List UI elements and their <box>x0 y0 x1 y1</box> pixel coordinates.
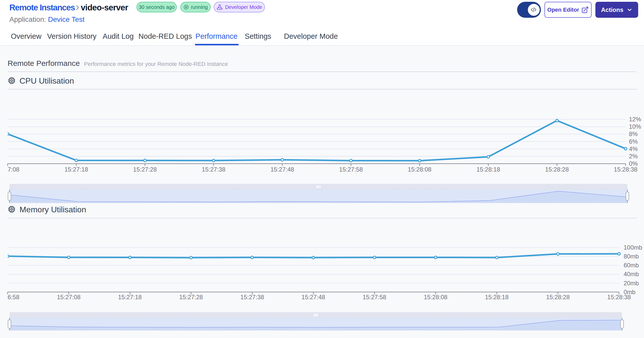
svg-text:15:27:18: 15:27:18 <box>118 294 142 301</box>
svg-text:15:27:28: 15:27:28 <box>133 166 157 173</box>
svg-text:15:27:48: 15:27:48 <box>270 166 294 173</box>
svg-text:100mb: 100mb <box>624 244 642 251</box>
svg-text:15:27:08: 15:27:08 <box>57 294 81 301</box>
svg-text:2%: 2% <box>629 153 638 160</box>
svg-text:15:26:58: 15:26:58 <box>0 294 19 301</box>
svg-text:12%: 12% <box>629 116 641 123</box>
svg-text:10%: 10% <box>629 123 641 130</box>
svg-text:15:28:08: 15:28:08 <box>408 166 431 173</box>
svg-text:15:27:38: 15:27:38 <box>202 166 225 173</box>
svg-text:15:28:28: 15:28:28 <box>545 166 569 173</box>
svg-text:15:27:38: 15:27:38 <box>240 294 264 301</box>
svg-text:15:27:48: 15:27:48 <box>301 294 325 301</box>
svg-text:60mb: 60mb <box>624 262 639 269</box>
svg-text:15:28:38: 15:28:38 <box>614 166 637 173</box>
svg-text:8%: 8% <box>629 130 638 137</box>
svg-text:15:28:08: 15:28:08 <box>424 294 447 301</box>
svg-text:15:27:08: 15:27:08 <box>0 166 19 173</box>
svg-text:4%: 4% <box>629 145 638 152</box>
svg-text:40mb: 40mb <box>624 271 639 277</box>
svg-text:15:27:58: 15:27:58 <box>339 166 363 173</box>
svg-text:15:27:58: 15:27:58 <box>363 294 386 301</box>
svg-text:15:27:18: 15:27:18 <box>64 166 88 173</box>
svg-text:15:28:38: 15:28:38 <box>607 294 631 301</box>
svg-text:15:28:18: 15:28:18 <box>476 166 500 173</box>
svg-text:80mb: 80mb <box>624 253 639 260</box>
svg-text:6%: 6% <box>629 138 638 145</box>
svg-text:15:28:28: 15:28:28 <box>546 294 570 301</box>
svg-text:15:27:28: 15:27:28 <box>179 294 203 301</box>
svg-text:20mb: 20mb <box>624 280 639 287</box>
svg-text:15:28:18: 15:28:18 <box>485 294 509 301</box>
